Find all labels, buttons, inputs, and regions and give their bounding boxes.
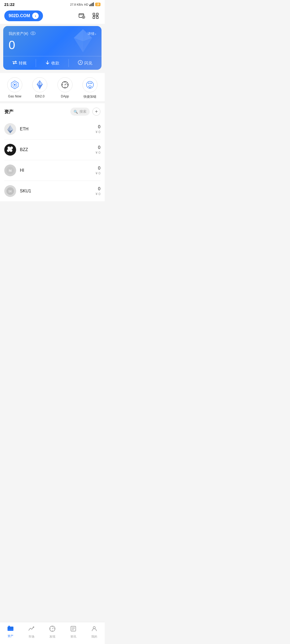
quick-menu: Gas Now Eth2.0 DAp	[0, 73, 105, 101]
eth-cny: ¥ 0	[96, 130, 100, 134]
logo-button[interactable]: 902D.COM ›	[4, 10, 43, 21]
flash-swap-button[interactable]: 闪兑	[69, 56, 102, 70]
hi-icon: hi	[4, 164, 16, 176]
status-time: 21:22	[4, 2, 15, 7]
speed-indicator: 27.8 KB/s	[70, 3, 83, 6]
hi-values: 0 ¥ 0	[96, 166, 100, 175]
transfer-button[interactable]: 转账	[3, 56, 36, 70]
search-icon: 🔍	[74, 110, 78, 114]
receive-button[interactable]: 收款	[36, 56, 69, 70]
signal-icon	[89, 2, 94, 7]
quick-item-eth2[interactable]: Eth2.0	[32, 77, 47, 99]
hi-name: HI	[20, 168, 96, 173]
asset-item-hi[interactable]: hi HI 0 ¥ 0	[4, 160, 100, 181]
svg-rect-8	[93, 17, 95, 19]
svg-rect-3	[93, 2, 94, 6]
logo-text: 902D.COM	[9, 13, 30, 18]
svg-line-33	[65, 83, 67, 85]
asset-card: 我的资产(¥) 详情 › 0	[3, 26, 102, 70]
sku1-amount: 0	[96, 186, 100, 191]
arrow-circle: ›	[32, 13, 39, 19]
dapp-icon-circle	[57, 77, 73, 92]
eth2-icon-circle	[32, 77, 47, 92]
svg-rect-6	[93, 13, 95, 15]
sku1-name: SKU1	[20, 189, 96, 193]
bzz-amount: 0	[96, 145, 100, 150]
svg-text:EVM: EVM	[88, 82, 92, 84]
sku1-icon: SK	[4, 185, 16, 197]
svg-point-12	[32, 32, 34, 34]
status-icons: 27.8 KB/s HD 18	[70, 2, 100, 7]
battery-icon: 18	[95, 3, 100, 6]
search-placeholder: 搜索	[79, 109, 86, 114]
assets-controls: 🔍 搜索 +	[70, 108, 100, 116]
header-icons	[77, 11, 100, 21]
bzz-cny: ¥ 0	[96, 151, 100, 155]
quick-chain-label: 快捷加链	[84, 94, 96, 99]
svg-text:SK: SK	[8, 190, 12, 193]
gas-now-label: Gas Now	[8, 94, 21, 98]
quick-item-dapp[interactable]: DApp	[57, 77, 73, 99]
card-actions: 转账 收款 闪兑	[3, 56, 102, 70]
svg-rect-1	[90, 4, 91, 6]
bzz-values: 0 ¥ 0	[96, 145, 100, 155]
asset-item-eth[interactable]: ETH 0 ¥ 0	[4, 119, 100, 140]
visibility-icon[interactable]	[30, 31, 36, 36]
hi-amount: 0	[96, 166, 100, 171]
svg-text:hi: hi	[9, 169, 12, 173]
hd-badge: HD	[84, 3, 88, 6]
eth2-label: Eth2.0	[35, 94, 45, 98]
flash-swap-label: 闪兑	[84, 61, 92, 66]
status-bar: 21:22 27.8 KB/s HD 18	[0, 0, 105, 8]
svg-rect-0	[89, 5, 90, 6]
flash-swap-icon	[78, 60, 83, 66]
gas-now-icon-circle	[7, 77, 22, 92]
bzz-name: BZZ	[20, 147, 96, 152]
svg-marker-36	[88, 85, 92, 87]
header: 902D.COM ›	[0, 8, 105, 24]
svg-rect-9	[96, 17, 98, 19]
eth-name: ETH	[20, 127, 96, 131]
transfer-label: 转账	[19, 61, 27, 66]
eth-values: 0 ¥ 0	[96, 125, 100, 134]
receive-icon	[45, 60, 50, 66]
quick-item-gas-now[interactable]: Gas Now	[7, 77, 22, 99]
transfer-icon	[12, 61, 17, 65]
asset-card-label: 我的资产(¥)	[9, 31, 28, 36]
svg-point-49	[8, 148, 11, 151]
assets-section: 资产 🔍 搜索 + ETH 0 ¥ 0	[0, 103, 105, 201]
bzz-icon	[4, 144, 16, 156]
eth-amount: 0	[96, 125, 100, 129]
sku1-values: 0 ¥ 0	[96, 186, 100, 196]
svg-rect-7	[96, 13, 98, 15]
search-box[interactable]: 🔍 搜索	[70, 108, 90, 116]
quick-chain-icon-circle: EVM	[82, 77, 97, 92]
assets-title: 资产	[4, 109, 13, 115]
hi-cny: ¥ 0	[96, 171, 100, 175]
scan-button[interactable]	[91, 11, 100, 21]
quick-item-quick-chain[interactable]: EVM 快捷加链	[82, 77, 97, 99]
add-wallet-button[interactable]	[77, 11, 86, 21]
eth-icon	[4, 123, 16, 135]
asset-item-sku1[interactable]: SK SKU1 0 ¥ 0	[4, 181, 100, 201]
receive-label: 收款	[51, 61, 59, 66]
svg-point-21	[14, 84, 16, 86]
add-asset-button[interactable]: +	[92, 108, 100, 116]
eth-diamond-watermark	[71, 29, 95, 54]
sku1-cny: ¥ 0	[96, 192, 100, 196]
dapp-label: DApp	[61, 94, 69, 98]
svg-point-11	[31, 32, 35, 35]
assets-header: 资产 🔍 搜索 +	[4, 103, 100, 119]
svg-rect-2	[92, 3, 93, 6]
asset-item-bzz[interactable]: BZZ 0 ¥ 0	[4, 140, 100, 160]
